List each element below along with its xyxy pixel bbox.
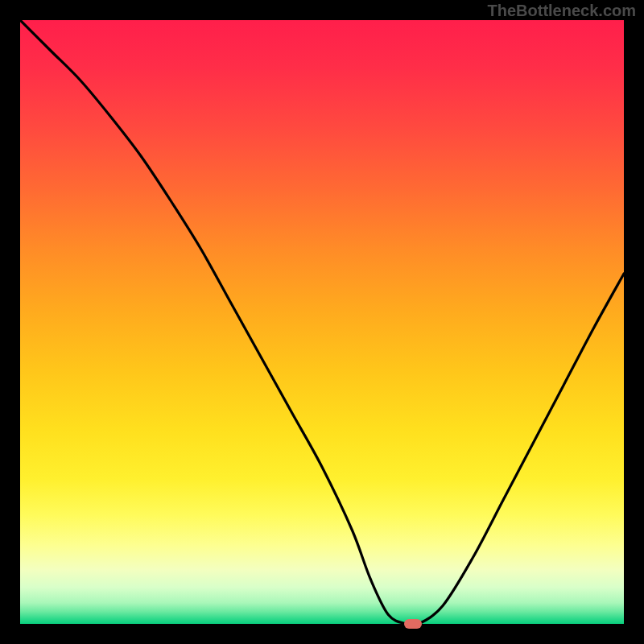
chart-marker <box>404 619 422 629</box>
chart-plot-area <box>20 20 624 624</box>
attribution-text: TheBottleneck.com <box>488 2 636 20</box>
outer-frame: TheBottleneck.com <box>0 0 644 644</box>
